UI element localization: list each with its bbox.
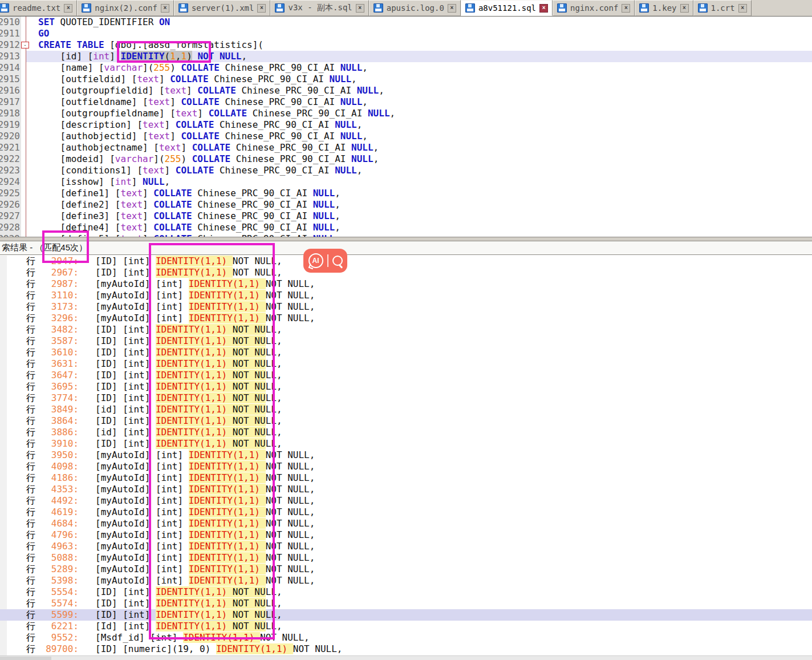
match-line-number: 4684:	[36, 518, 79, 529]
tab-label: readme.txt	[13, 3, 60, 13]
match-line-text: [myAutoId] [int] IDENTITY(1,1) NOT NULL,	[95, 518, 315, 529]
result-row[interactable]: 行3482:[ID] [int] IDENTITY(1,1) NOT NULL,	[0, 324, 812, 335]
result-row[interactable]: 行89700:[ID] [numeric](19, 0) IDENTITY(1,…	[0, 643, 812, 655]
close-icon[interactable]: ×	[539, 4, 548, 13]
result-row[interactable]: 行5574:[ID] [int] IDENTITY(1,1) NOT NULL,	[0, 598, 812, 609]
result-row[interactable]: 行3610:[ID] [int] IDENTITY(1,1) NOT NULL,	[0, 347, 812, 358]
tab-server(1).xml[interactable]: server(1).xml×	[174, 0, 271, 16]
result-row[interactable]: 行3864:[ID] [int] IDENTITY(1,1) NOT NULL,	[0, 415, 812, 427]
match-line-text: [ID] [int] IDENTITY(1,1) NOT NULL,	[95, 335, 282, 347]
match-highlight: IDENTITY(1,1)	[156, 392, 227, 403]
tab-label: 1.key	[652, 3, 676, 13]
result-row[interactable]: 行6221:[Id] [int] IDENTITY(1,1) NOT NULL,	[0, 621, 812, 632]
line-number: 2924	[0, 176, 21, 188]
match-highlight: IDENTITY(1,1)	[156, 404, 227, 415]
row-label: 行	[26, 427, 36, 438]
match-line-number: 3110:	[36, 290, 79, 301]
code-text: [outfieldid] [text] COLLATE Chinese_PRC_…	[26, 74, 812, 85]
result-row[interactable]: 行4098:[myAutoId] [int] IDENTITY(1,1) NOT…	[0, 461, 812, 472]
result-row[interactable]: 行4353:[myAutoId] [int] IDENTITY(1,1) NOT…	[0, 484, 812, 495]
match-line-number: 5554:	[36, 586, 79, 598]
result-row[interactable]: 行3950:[myAutoId] [int] IDENTITY(1,1) NOT…	[0, 450, 812, 461]
result-row[interactable]: 行9552:[Msdf_id] [int] IDENTITY(1,1) NOT …	[0, 632, 812, 643]
tab-nginx(2).conf[interactable]: nginx(2).conf×	[77, 0, 174, 16]
tab-readme.txt[interactable]: readme.txt×	[0, 0, 77, 16]
code-text: [define2] [text] COLLATE Chinese_PRC_90_…	[26, 199, 812, 210]
result-row[interactable]: 行4963:[myAutoId] [int] IDENTITY(1,1) NOT…	[0, 541, 812, 552]
match-line-number: 5574:	[36, 598, 79, 609]
result-row[interactable]: 行3886:[id] [int] IDENTITY(1,1) NOT NULL,	[0, 427, 812, 438]
result-row[interactable]: 行3910:[ID] [int] IDENTITY(1,1) NOT NULL,	[0, 438, 812, 450]
result-row[interactable]: 行4619:[myAutoId] [int] IDENTITY(1,1) NOT…	[0, 507, 812, 518]
match-highlight: IDENTITY(1,1)	[189, 313, 260, 323]
row-label: 行	[26, 392, 36, 404]
tab-a8v51121.sql[interactable]: a8v51121.sql×	[461, 0, 553, 16]
result-row[interactable]: 行4684:[myAutoId] [int] IDENTITY(1,1) NOT…	[0, 518, 812, 529]
match-line-number: 3849:	[36, 404, 79, 415]
result-row[interactable]: 行3587:[ID] [int] IDENTITY(1,1) NOT NULL,	[0, 335, 812, 347]
tab-1.crt[interactable]: 1.crt×	[693, 0, 752, 16]
match-line-number: 5088:	[36, 552, 79, 564]
result-row[interactable]: 行5398:[myAutoId] [int] IDENTITY(1,1) NOT…	[0, 575, 812, 586]
close-icon[interactable]: ×	[161, 4, 169, 13]
result-row[interactable]: 行2947:[ID] [int] IDENTITY(1,1) NOT NULL,	[0, 256, 812, 267]
close-icon[interactable]: ×	[680, 4, 689, 13]
close-icon[interactable]: ×	[448, 4, 456, 13]
horizontal-scrollbar[interactable]	[0, 655, 812, 660]
code-text: [outgroupfieldid] [text] COLLATE Chinese…	[26, 85, 812, 96]
result-row[interactable]: 行3647:[ID] [int] IDENTITY(1,1) NOT NULL,	[0, 370, 812, 381]
result-row[interactable]: 行5599:[ID] [int] IDENTITY(1,1) NOT NULL,	[0, 609, 812, 621]
match-line-number: 6221:	[36, 621, 79, 632]
scrollbar-thumb[interactable]	[0, 657, 51, 660]
ai-search-popup[interactable]: AI	[303, 249, 347, 273]
close-icon[interactable]: ×	[64, 4, 72, 13]
match-highlight: IDENTITY(1,1)	[156, 347, 227, 358]
search-results-title: 索结果 -	[2, 242, 35, 252]
result-row[interactable]: 行3774:[ID] [int] IDENTITY(1,1) NOT NULL,	[0, 392, 812, 404]
panel-splitter[interactable]	[0, 237, 812, 241]
divider	[327, 254, 328, 267]
line-number: 2914	[0, 62, 21, 74]
result-row[interactable]: 行3296:[myAutoId] [int] IDENTITY(1,1) NOT…	[0, 313, 812, 324]
match-line-text: [myAutoId] [int] IDENTITY(1,1) NOT NULL,	[95, 495, 315, 507]
row-label: 行	[26, 450, 36, 461]
code-text: [define1] [text] COLLATE Chinese_PRC_90_…	[26, 188, 812, 199]
result-row[interactable]: 行4796:[myAutoId] [int] IDENTITY(1,1) NOT…	[0, 529, 812, 541]
code-text: [define4] [text] COLLATE Chinese_PRC_90_…	[26, 222, 812, 233]
tab-apusic.log.0[interactable]: apusic.log.0×	[369, 0, 461, 16]
tab-1.key[interactable]: 1.key×	[635, 0, 693, 16]
floppy-disk-icon	[82, 3, 91, 13]
close-icon[interactable]: ×	[622, 4, 630, 13]
tab-nginx.conf[interactable]: nginx.conf×	[553, 0, 635, 16]
search-icon[interactable]	[332, 256, 343, 266]
result-row[interactable]: 行4186:[myAutoId] [int] IDENTITY(1,1) NOT…	[0, 472, 812, 484]
close-icon[interactable]: ×	[257, 4, 266, 13]
line-number: 2926	[0, 199, 21, 210]
match-highlight: IDENTITY(1,1)	[156, 267, 227, 278]
tab-v3x - 副本.sql[interactable]: v3x - 副本.sql×	[270, 0, 368, 16]
line-number: 2917	[0, 96, 21, 108]
result-row[interactable]: 行3173:[myAutoId] [int] IDENTITY(1,1) NOT…	[0, 301, 812, 313]
gutter-gap	[21, 188, 26, 199]
result-row[interactable]: 行2987:[myAutoId] [int] IDENTITY(1,1) NOT…	[0, 278, 812, 290]
code-editor[interactable]: 2910SET QUOTED_IDENTIFIER ON2911GO2912CR…	[0, 17, 812, 237]
result-row[interactable]: 行5088:[myAutoId] [int] IDENTITY(1,1) NOT…	[0, 552, 812, 564]
fold-collapse-icon[interactable]: -	[21, 42, 29, 48]
close-icon[interactable]: ×	[356, 4, 364, 13]
result-row[interactable]: 行3695:[ID] [int] IDENTITY(1,1) NOT NULL,	[0, 381, 812, 392]
gutter-gap	[21, 74, 26, 85]
row-label: 行	[26, 564, 36, 575]
result-row[interactable]: 行3631:[ID] [int] IDENTITY(1,1) NOT NULL,	[0, 358, 812, 370]
ai-chat-icon[interactable]: AI	[308, 253, 323, 268]
close-icon[interactable]: ×	[738, 4, 747, 13]
result-row[interactable]: 行5554:[ID] [int] IDENTITY(1,1) NOT NULL,	[0, 586, 812, 598]
match-line-text: [myAutoId] [int] IDENTITY(1,1) NOT NULL,	[95, 278, 315, 290]
match-line-number: 3864:	[36, 415, 79, 427]
result-row[interactable]: 行4492:[myAutoId] [int] IDENTITY(1,1) NOT…	[0, 495, 812, 507]
result-row[interactable]: 行3110:[myAutoId] [int] IDENTITY(1,1) NOT…	[0, 290, 812, 301]
match-highlight: IDENTITY(1,1)	[156, 438, 227, 449]
result-row[interactable]: 行2967:[ID] [int] IDENTITY(1,1) NOT NULL,	[0, 267, 812, 278]
result-row[interactable]: 行3849:[id] [int] IDENTITY(1,1) NOT NULL,	[0, 404, 812, 415]
result-row[interactable]: 行5289:[myAutoId] [int] IDENTITY(1,1) NOT…	[0, 564, 812, 575]
match-line-number: 4353:	[36, 484, 79, 495]
